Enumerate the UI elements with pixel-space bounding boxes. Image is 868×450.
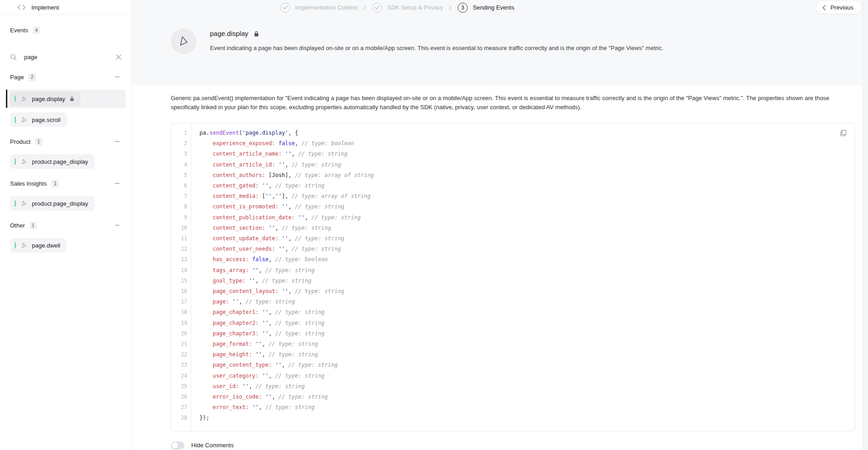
- content: Generic pa.sendEvent() implementation fo…: [132, 94, 868, 450]
- line-content: page_content_layout: '', // type: string: [187, 286, 344, 297]
- status-accent-bar: [15, 158, 16, 165]
- line-number: 21: [171, 339, 187, 349]
- line-content: content_is_promoted: '', // type: string: [187, 202, 344, 212]
- toggle-knob: [172, 442, 178, 449]
- code-line: 9 content_publication_date: '', // type:…: [171, 212, 855, 223]
- events-count-badge: 4: [33, 26, 40, 34]
- collapse-group-icon[interactable]: [115, 141, 120, 142]
- group-count-badge: 1: [51, 180, 59, 187]
- cursor-icon: [20, 96, 27, 102]
- group-count-badge: 1: [35, 138, 42, 146]
- event-name: page.display: [210, 30, 248, 37]
- group-sales-insights: Sales Insights1product.page_display: [10, 180, 122, 211]
- clear-search-icon[interactable]: [116, 54, 122, 60]
- cursor-icon: [20, 242, 27, 249]
- collapse-group-icon[interactable]: [115, 225, 120, 226]
- previous-button-label: Previous: [830, 4, 853, 11]
- group-count-badge: 1: [30, 222, 37, 229]
- chevron-right-icon: [363, 5, 366, 10]
- code-line: 4 content_article_id: '', // type: strin…: [171, 160, 855, 170]
- code-line: 6 content_gated: '', // type: string: [171, 181, 855, 191]
- step-implementation-context[interactable]: Implementation Context: [280, 3, 357, 13]
- step-sdk-setup-privacy[interactable]: SDK Setup & Privacy: [372, 3, 443, 13]
- cursor-icon: [20, 158, 27, 165]
- line-content: error_iso_code: '', // type: string: [187, 392, 328, 402]
- code-line: 1pa.sendEvent('page.display', {: [171, 128, 855, 138]
- line-content: page_format: '', // type: string: [187, 339, 318, 349]
- sidebar: Implement Events 4 Pag: [0, 0, 132, 450]
- event-groups: Page2page.displaypage.scrollProduct1prod…: [10, 73, 122, 253]
- line-content: goal_type: '', // type: string: [187, 276, 311, 286]
- group-other: Other1page.dwell: [10, 222, 122, 253]
- search-input[interactable]: [23, 53, 109, 61]
- code-icon: [17, 5, 26, 10]
- event-item-label: page.dwell: [32, 242, 60, 249]
- sidebar-item-product-page-display[interactable]: product.page_display: [10, 196, 122, 211]
- line-number: 19: [171, 318, 187, 329]
- previous-button[interactable]: Previous: [817, 1, 862, 14]
- sidebar-header: Implement: [0, 0, 132, 15]
- status-accent-bar: [15, 116, 16, 123]
- event-pill[interactable]: page.scroll: [10, 112, 67, 127]
- group-name: Other: [10, 222, 25, 229]
- line-content: content_article_id: '', // type: string: [187, 160, 341, 170]
- code-line: 24 user_category: '', // type: string: [171, 371, 855, 381]
- check-icon: [372, 3, 382, 13]
- line-number: 14: [171, 265, 187, 276]
- line-content: page_chapter1: '', // type: string: [187, 307, 325, 318]
- collapse-group-icon[interactable]: [115, 183, 120, 184]
- line-number: 24: [171, 371, 187, 381]
- code-line: 27 error_text: '', // type: string: [171, 402, 855, 413]
- line-content: has_access: false, // type: boolean: [187, 254, 328, 265]
- group-items: page.displaypage.scroll: [10, 90, 122, 127]
- event-item-label: product.page_display: [32, 158, 88, 165]
- group-items: product.page_display: [10, 196, 122, 211]
- line-number: 18: [171, 307, 187, 318]
- line-content: content_authors: [Josh], // type: array …: [187, 170, 374, 181]
- step-sending-events[interactable]: 3Sending Events: [458, 3, 514, 13]
- code-line: 12 content_user_needs: '', // type: stri…: [171, 244, 855, 254]
- status-accent-bar: [15, 96, 16, 102]
- group-items: product.page_display: [10, 154, 122, 169]
- code-line: 17 page: '', // type: string: [171, 297, 855, 307]
- code-line: 23 page_content_type: '', // type: strin…: [171, 360, 855, 370]
- line-content: page_height: '', // type: string: [187, 349, 318, 360]
- line-number: 12: [171, 244, 187, 254]
- code-line: 26 error_iso_code: '', // type: string: [171, 392, 855, 402]
- hide-comments-row: Hide Comments: [171, 441, 855, 450]
- event-pill[interactable]: page.display: [10, 91, 81, 106]
- code-line: 10 content_section: '', // type: string: [171, 223, 855, 233]
- chevron-right-icon: [449, 5, 452, 10]
- sidebar-item-page-display[interactable]: page.display: [6, 90, 126, 108]
- code-line: 16 page_content_layout: '', // type: str…: [171, 286, 855, 297]
- cursor-icon: [20, 200, 27, 207]
- collapse-group-icon[interactable]: [115, 76, 120, 77]
- topbar: Implementation ContextSDK Setup & Privac…: [132, 0, 868, 15]
- event-description: Event indicating a page has been display…: [210, 44, 664, 52]
- sidebar-item-page-scroll[interactable]: page.scroll: [10, 112, 122, 127]
- event-pill[interactable]: product.page_display: [10, 154, 95, 169]
- event-header-text: page.display Event indicating a page has…: [210, 29, 664, 54]
- line-content: content_section: '', // type: string: [187, 223, 331, 233]
- main-area: Implementation ContextSDK Setup & Privac…: [132, 0, 868, 450]
- sidebar-item-product-page-display[interactable]: product.page_display: [10, 154, 122, 169]
- page-title: Implement: [31, 4, 59, 11]
- search-icon: [10, 54, 17, 61]
- group-items: page.dwell: [10, 238, 122, 253]
- event-pill[interactable]: page.dwell: [10, 238, 66, 253]
- events-header: Events 4: [10, 26, 122, 34]
- line-content: content_update_date: '', // type: string: [187, 233, 344, 244]
- hide-comments-toggle[interactable]: [171, 441, 184, 450]
- step-label: SDK Setup & Privacy: [387, 4, 443, 11]
- line-number: 22: [171, 349, 187, 360]
- group-name: Page: [10, 74, 24, 81]
- line-number: 23: [171, 360, 187, 370]
- event-pill[interactable]: product.page_display: [10, 196, 95, 211]
- line-content: page_chapter3: '', // type: string: [187, 329, 325, 339]
- sidebar-item-page-dwell[interactable]: page.dwell: [10, 238, 122, 253]
- copy-code-button[interactable]: [839, 129, 848, 138]
- step-number: 3: [458, 3, 468, 13]
- vertical-scrollbar[interactable]: [863, 0, 868, 450]
- code-line: 5 content_authors: [Josh], // type: arra…: [171, 170, 855, 181]
- line-content: tags_array: '', // type: string: [187, 265, 315, 276]
